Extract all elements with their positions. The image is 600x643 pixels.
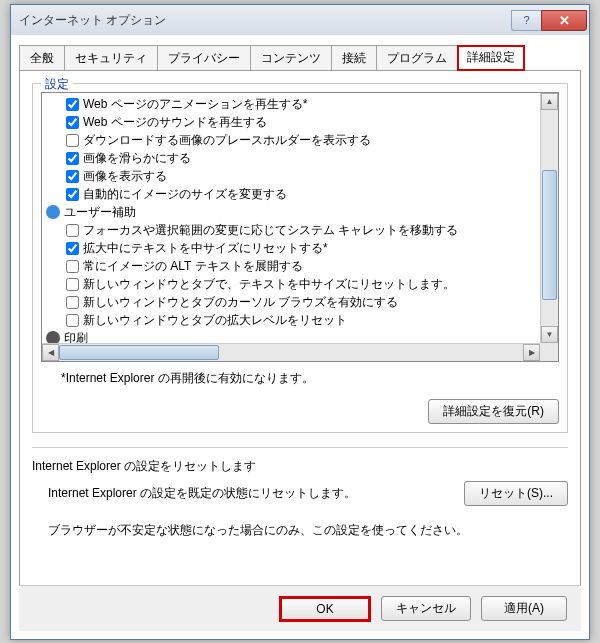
setting-checkbox[interactable] [66,314,79,327]
close-button[interactable]: ✕ [541,10,587,31]
setting-row: 画像を滑らかにする [46,149,536,167]
reset-section-label: Internet Explorer の設定をリセットします [32,458,568,475]
setting-checkbox[interactable] [66,224,79,237]
titlebar[interactable]: インターネット オプション ? ✕ [11,5,589,35]
setting-label: Web ページのサウンドを再生する [83,113,267,131]
setting-row: 自動的にイメージのサイズを変更する [46,185,536,203]
setting-checkbox[interactable] [66,170,79,183]
setting-label: ダウンロードする画像のプレースホルダーを表示する [83,131,371,149]
tab-3[interactable]: コンテンツ [250,45,332,71]
setting-label: 画像を滑らかにする [83,149,191,167]
setting-label: 新しいウィンドウとタブのカーソル ブラウズを有効にする [83,293,398,311]
category-icon [46,331,60,343]
setting-row: ユーザー補助 [46,203,536,221]
settings-groupbox: 設定 Web ページのアニメーションを再生する*Web ページのサウンドを再生す… [32,83,568,433]
scroll-right-icon[interactable]: ▶ [523,344,540,361]
tab-4[interactable]: 接続 [331,45,377,71]
setting-checkbox[interactable] [66,242,79,255]
tab-2[interactable]: プライバシー [157,45,251,71]
setting-label: 印刷 [64,329,88,343]
setting-label: 新しいウィンドウとタブの拡大レベルをリセット [83,311,347,329]
tab-0[interactable]: 全般 [19,45,65,71]
scroll-up-icon[interactable]: ▲ [541,93,558,110]
setting-row: 新しいウィンドウとタブの拡大レベルをリセット [46,311,536,329]
setting-label: Web ページのアニメーションを再生する* [83,95,307,113]
scroll-thumb[interactable] [542,170,557,300]
ok-highlight: OK [279,596,371,622]
setting-row: 拡大中にテキストを中サイズにリセットする* [46,239,536,257]
setting-row: Web ページのサウンドを再生する [46,113,536,131]
setting-row: フォーカスや選択範囲の変更に応じてシステム キャレットを移動する [46,221,536,239]
reset-warning: ブラウザーが不安定な状態になった場合にのみ、この設定を使ってください。 [48,522,568,539]
setting-row: 常にイメージの ALT テキストを展開する [46,257,536,275]
setting-row: 新しいウィンドウとタブで、テキストを中サイズにリセットします。 [46,275,536,293]
dialog-footer: OK キャンセル 適用(A) [19,585,581,631]
tab-strip: 全般セキュリティプライバシーコンテンツ接続プログラム詳細設定 [19,45,581,71]
setting-checkbox[interactable] [66,278,79,291]
tab-6[interactable]: 詳細設定 [457,45,525,71]
tab-5[interactable]: プログラム [376,45,458,71]
settings-list: Web ページのアニメーションを再生する*Web ページのサウンドを再生するダウ… [41,92,559,362]
restart-note: *Internet Explorer の再開後に有効になります。 [61,370,559,387]
advanced-panel: 設定 Web ページのアニメーションを再生する*Web ページのサウンドを再生す… [19,70,581,618]
window-title: インターネット オプション [19,12,166,29]
setting-row: Web ページのアニメーションを再生する* [46,95,536,113]
internet-options-dialog: インターネット オプション ? ✕ 全般セキュリティプライバシーコンテンツ接続プ… [10,4,590,640]
setting-row: 画像を表示する [46,167,536,185]
scroll-down-icon[interactable]: ▼ [541,326,558,343]
vertical-scrollbar[interactable]: ▲ ▼ [540,93,558,343]
setting-row: ダウンロードする画像のプレースホルダーを表示する [46,131,536,149]
ok-button[interactable]: OK [282,599,368,619]
reset-button[interactable]: リセット(S)... [464,481,568,506]
category-icon [46,205,60,219]
tab-1[interactable]: セキュリティ [64,45,158,71]
reset-description: Internet Explorer の設定を既定の状態にリセットします。 [48,485,356,502]
setting-label: ユーザー補助 [64,203,136,221]
setting-row: 新しいウィンドウとタブのカーソル ブラウズを有効にする [46,293,536,311]
setting-checkbox[interactable] [66,296,79,309]
setting-row: 印刷 [46,329,536,343]
restore-defaults-button[interactable]: 詳細設定を復元(R) [428,399,559,424]
setting-checkbox[interactable] [66,134,79,147]
setting-label: 拡大中にテキストを中サイズにリセットする* [83,239,328,257]
setting-label: 自動的にイメージのサイズを変更する [83,185,287,203]
setting-label: フォーカスや選択範囲の変更に応じてシステム キャレットを移動する [83,221,458,239]
setting-checkbox[interactable] [66,188,79,201]
settings-group-label: 設定 [41,76,73,93]
apply-button[interactable]: 適用(A) [481,596,567,621]
setting-checkbox[interactable] [66,116,79,129]
setting-checkbox[interactable] [66,98,79,111]
setting-label: 常にイメージの ALT テキストを展開する [83,257,303,275]
setting-checkbox[interactable] [66,152,79,165]
scroll-left-icon[interactable]: ◀ [42,344,59,361]
setting-checkbox[interactable] [66,260,79,273]
divider [32,447,568,448]
hscroll-thumb[interactable] [59,345,219,360]
cancel-button[interactable]: キャンセル [381,596,471,621]
horizontal-scrollbar[interactable]: ◀ ▶ [42,343,540,361]
setting-label: 画像を表示する [83,167,167,185]
setting-label: 新しいウィンドウとタブで、テキストを中サイズにリセットします。 [83,275,455,293]
help-button[interactable]: ? [511,10,541,31]
